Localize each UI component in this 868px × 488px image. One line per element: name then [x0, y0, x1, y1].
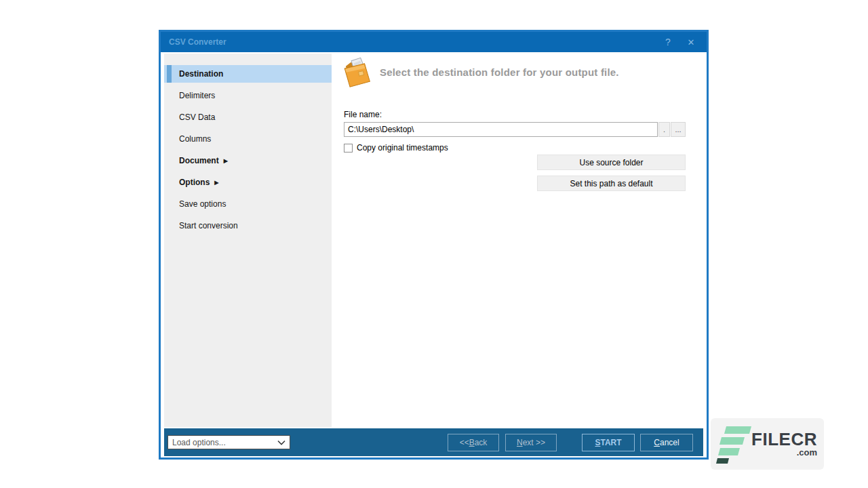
sidebar-item-label: Save options: [179, 199, 226, 209]
set-path-default-button[interactable]: Set this path as default: [537, 176, 686, 191]
button-text: N: [517, 438, 523, 447]
load-options-value: Load options...: [172, 438, 277, 447]
sidebar-item-start-conversion[interactable]: Start conversion: [164, 217, 332, 235]
filecr-watermark: FILECR .com: [711, 418, 824, 470]
sidebar-item-csv-data[interactable]: CSV Data: [164, 108, 332, 126]
copy-timestamps-label: Copy original timestamps: [357, 143, 448, 152]
sidebar-item-save-options[interactable]: Save options: [164, 195, 332, 213]
use-source-folder-button[interactable]: Use source folder: [537, 155, 686, 170]
sidebar-item-label: Start conversion: [179, 221, 238, 230]
csv-converter-window: CSV Converter ? ✕ Destination Delimiters…: [159, 30, 709, 460]
sidebar-item-label: CSV Data: [179, 113, 215, 122]
sidebar-item-label: Delimiters: [179, 91, 215, 100]
sidebar-item-label: Columns: [179, 134, 211, 144]
selection-accent: [167, 65, 172, 83]
filecr-brand-text: FILECR: [751, 431, 817, 447]
destination-panel: Select the destination folder for your o…: [332, 54, 703, 427]
sidebar-item-label: Options: [179, 178, 210, 187]
button-text: ext >>: [523, 438, 545, 447]
chevron-right-icon: ▶: [224, 158, 228, 164]
file-name-input[interactable]: [344, 122, 658, 137]
dialog-body: Destination Delimiters CSV Data Columns …: [161, 52, 707, 427]
sidebar-item-destination[interactable]: Destination: [164, 65, 332, 83]
button-text: ack: [475, 438, 488, 447]
title-bar: CSV Converter ? ✕: [161, 32, 707, 52]
browse-button[interactable]: ...: [671, 122, 686, 137]
button-text: TART: [600, 438, 621, 447]
panel-heading: Select the destination folder for your o…: [380, 66, 619, 78]
cancel-button[interactable]: Cancel: [640, 434, 693, 451]
help-icon[interactable]: ?: [656, 32, 679, 52]
folder-icon: [343, 56, 372, 89]
file-name-label: File name:: [344, 110, 382, 119]
sidebar-item-label: Destination: [179, 69, 223, 79]
close-icon[interactable]: ✕: [679, 32, 703, 52]
load-options-select[interactable]: Load options...: [167, 435, 290, 449]
recent-paths-button[interactable]: .: [658, 122, 670, 137]
button-text: <<: [460, 438, 469, 447]
sidebar-item-document[interactable]: Document ▶: [164, 152, 332, 169]
chevron-right-icon: ▶: [214, 180, 218, 186]
start-button[interactable]: START: [582, 434, 635, 451]
copy-timestamps-row: Copy original timestamps: [344, 143, 448, 152]
button-text: B: [469, 438, 475, 447]
window-title: CSV Converter: [169, 37, 226, 47]
filecr-wordmark: FILECR .com: [751, 431, 817, 458]
footer-bar: Load options... << Back Next >> START Ca…: [164, 428, 703, 456]
button-text: C: [654, 438, 660, 447]
sidebar-item-label: Document: [179, 156, 219, 165]
next-button[interactable]: Next >>: [505, 434, 557, 451]
chevron-down-icon: [277, 438, 285, 447]
copy-timestamps-checkbox[interactable]: [344, 144, 353, 152]
filecr-logo-icon: [716, 420, 751, 468]
desktop: CSV Converter ? ✕ Destination Delimiters…: [0, 0, 868, 488]
back-button[interactable]: << Back: [448, 434, 499, 451]
sidebar-item-columns[interactable]: Columns: [164, 130, 332, 148]
button-text: ancel: [660, 438, 679, 447]
sidebar-item-delimiters[interactable]: Delimiters: [164, 87, 332, 104]
sidebar-item-options[interactable]: Options ▶: [164, 174, 332, 191]
button-text: S: [595, 438, 600, 447]
wizard-sidebar: Destination Delimiters CSV Data Columns …: [164, 54, 332, 427]
